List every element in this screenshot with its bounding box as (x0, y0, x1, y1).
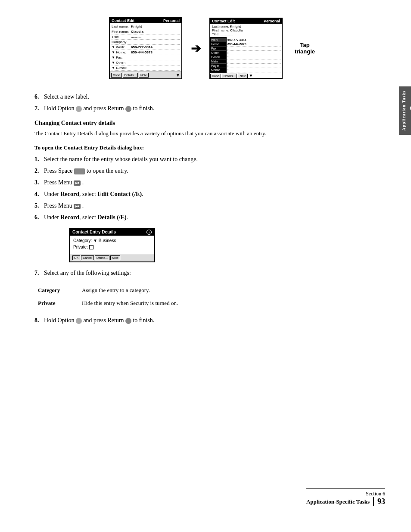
contact-screen-1: Contact Edit Personal Last name: Knight … (109, 17, 182, 79)
step-6: 6. Select a new label. (34, 92, 389, 101)
arrow-container: ➔ (191, 41, 201, 56)
screen2-details-btn[interactable]: Details... (222, 74, 237, 78)
field-email: ▼ E-mail: (112, 65, 180, 71)
final-steps: 8. Hold Option and press Return to finis… (34, 316, 389, 325)
tap-label-line1: Tap (300, 42, 309, 48)
screens-row: Contact Edit Personal Last name: Knight … (34, 17, 389, 79)
field-fax: ▼ Fax: (112, 55, 180, 60)
section-number: 6 (407, 106, 411, 112)
category-value: Business (99, 238, 116, 243)
dialog-step-1: 1. Select the name for the entry whose d… (34, 155, 389, 164)
tap-label-line2: triangle (295, 48, 315, 55)
private-label: Private: (73, 245, 88, 249)
main-content: Contact Edit Personal Last name: Knight … (0, 0, 411, 532)
field-company: Company: (112, 40, 180, 45)
sidebar-tab: Application Tasks 6 (399, 86, 411, 135)
info-icon: i (146, 230, 152, 235)
details-note-btn[interactable]: Note (110, 255, 120, 260)
footer-page-num: 93 (373, 497, 385, 506)
details-ok-btn[interactable]: OK (72, 255, 80, 260)
final-step-8: 8. Hold Option and press Return to finis… (34, 316, 389, 325)
screen1-body: Last name: Knight First name: Claudia Ti… (110, 23, 181, 72)
details-title-bar: Contact Entry Details i (70, 229, 154, 236)
option-icon-2 (76, 318, 82, 324)
screen1-done-btn[interactable]: Done (111, 73, 122, 78)
details-body: Category: ▼ Business Private: (70, 236, 154, 254)
space-key-icon (74, 168, 85, 174)
screen1-title: Contact Edit (112, 19, 134, 23)
contact-entry-details-box: Contact Entry Details i Category: ▼ Busi… (69, 228, 155, 262)
page-container: Application Tasks 6 Contact Edit Persona… (0, 0, 411, 532)
setting-category-name: Category (35, 284, 78, 296)
sidebar-label: Application Tasks (402, 90, 406, 131)
screen1-note-btn[interactable]: Note (139, 73, 149, 78)
s2-firstname: First name: Claudia (212, 28, 280, 32)
field-title: Title: ........... (112, 34, 180, 40)
field-other: ▼ Other: (112, 60, 180, 65)
dialog-step-5: 5. Press Menu ▶■ . (34, 201, 389, 210)
screen1-footer: Done Details... Note ▼ (110, 72, 181, 78)
open-dialog-heading: To open the Contact Entry Details dialog… (34, 144, 389, 151)
contact-screen-2: Contact Edit Personal Last name: Knight … (209, 18, 283, 79)
option-icon (76, 106, 82, 112)
steps-list: 6. Select a new label. 7. Hold Option an… (34, 92, 389, 113)
dialog-steps-list: 1. Select the name for the entry whose d… (34, 155, 389, 222)
category-label: Category: (73, 238, 92, 243)
details-title: Contact Entry Details (72, 230, 116, 234)
screen2-title: Contact Edit (212, 19, 235, 23)
footer-bottom: Application-Specific Tasks 93 (306, 497, 385, 506)
screen2-note-btn[interactable]: Note (238, 74, 248, 78)
dialog-step-6: 6. Under Record, select Details (/E). (34, 213, 389, 222)
dialog-step-2: 2. Press Space to open the entry. (34, 166, 389, 175)
settings-table: Category Assign the entry to a category.… (34, 283, 389, 310)
screen2-footer: Done Details... Note ▼ (210, 73, 282, 78)
category-triangle: ▼ (93, 238, 99, 243)
screen1-title-bar: Contact Edit Personal (110, 18, 181, 23)
screen2-top-fields: Last name: Knight First name: Claudia Ti… (210, 24, 282, 37)
post-step-7: 7. Select any of the following settings: (34, 268, 389, 277)
step-7: 7. Hold Option and press Return to finis… (34, 104, 389, 113)
details-category-row: Category: ▼ Business (73, 238, 151, 243)
screen2-done-btn[interactable]: Done (210, 74, 221, 78)
step6-text: Select a new label. (44, 92, 389, 101)
setting-category-desc: Assign the entry to a category. (79, 284, 389, 296)
menu-icon-2: ▶■ (74, 204, 81, 209)
field-lastname: Last name: Knight (112, 24, 180, 29)
post-box-steps: 7. Select any of the following settings: (34, 268, 389, 277)
return-icon (125, 106, 131, 112)
setting-private-name: Private (35, 297, 78, 309)
s2-title: Title: ............. (212, 32, 280, 36)
tap-label-container: Tap triangle (295, 42, 315, 55)
dialog-step-4: 4. Under Record, select Edit Contact (/E… (34, 190, 389, 199)
s2-lastname: Last name: Knight (212, 25, 280, 28)
private-checkbox[interactable] (89, 245, 93, 249)
screen2-scroll: ▼ (249, 73, 253, 78)
setting-private-desc: Hide this entry when Security is turned … (79, 297, 389, 309)
details-private-row: Private: (73, 245, 151, 249)
step7-after-text: Select any of the following settings: (44, 268, 389, 277)
changing-contact-body: The Contact Entry Details dialog box pro… (34, 129, 389, 138)
screen1-details-btn[interactable]: Details... (123, 73, 138, 78)
screen2-values-col: 650-777-3344 650-444-5678 : : : : : : (227, 37, 282, 73)
changing-contact-heading: Changing Contact entry details (34, 120, 389, 127)
field-home: ▼ Home: 650-444-5678 (112, 50, 180, 55)
setting-category-row: Category Assign the entry to a category. (35, 284, 389, 296)
screen2-body: Work Home Fax Other E-mail Main Pager Mo… (210, 37, 282, 73)
field-work: ▼ Work: 650-777-3314 (112, 45, 180, 50)
setting-private-row: Private Hide this entry when Security is… (35, 297, 389, 309)
field-firstname: First name: Claudia (112, 29, 180, 34)
arrow-right-icon: ➔ (191, 41, 201, 56)
screen2-title-bar: Contact Edit Personal (210, 19, 282, 24)
screen1-scroll: ▼ (176, 73, 180, 78)
screen2-tab: Personal (264, 19, 280, 23)
screen1-tab: Personal (163, 19, 180, 23)
screen2-labels-col: Work Home Fax Other E-mail Main Pager Mo… (210, 37, 227, 73)
footer-section-text: Section 6 (366, 491, 385, 497)
details-delete-btn[interactable]: Delete... (95, 255, 109, 260)
footer-section: Section 6 (306, 491, 385, 497)
details-footer: OK Cancel Delete... Note (70, 254, 154, 261)
details-cancel-btn[interactable]: Cancel (81, 255, 94, 260)
footer-page-title: Application-Specific Tasks (306, 498, 370, 505)
menu-icon-1: ▶■ (74, 180, 81, 186)
return-icon-2 (125, 318, 131, 324)
